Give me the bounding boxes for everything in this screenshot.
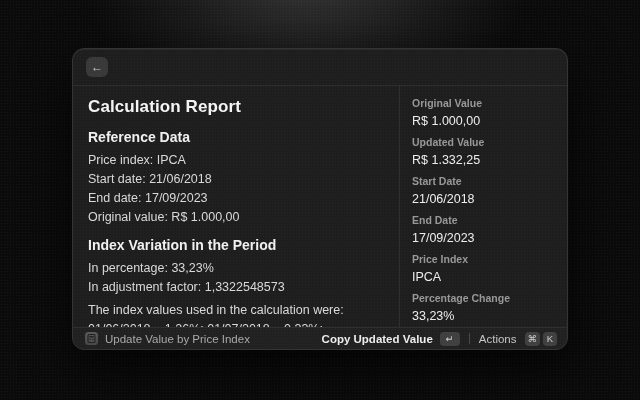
report-line: End date: 17/09/2023 [88,189,385,208]
section-heading-reference-data: Reference Data [88,129,385,146]
report-line: Start date: 21/06/2018 [88,170,385,189]
metadata-item-price-index: Price Index IPCA [412,253,557,284]
metadata-label: Start Date [412,175,557,187]
action-bar: Update Value by Price Index Copy Updated… [73,327,567,349]
return-key-icon: ↵ [440,332,460,346]
metadata-value: 17/09/2023 [412,231,557,245]
report-line: Price index: IPCA [88,151,385,170]
calculator-icon [85,332,98,345]
k-key-icon: K [543,332,557,346]
report-line: Original value: R$ 1.000,00 [88,208,385,227]
report-line: In adjustment factor: 1,3322548573 [88,278,385,297]
metadata-label: Price Index [412,253,557,265]
back-arrow-icon: ← [91,57,103,77]
report-line: In percentage: 33,23% [88,259,385,278]
actions-menu-button[interactable]: Actions [479,333,517,345]
metadata-label: Percentage Change [412,292,557,304]
window-header: ← [73,49,567,86]
metadata-item-original-value: Original Value R$ 1.000,00 [412,97,557,128]
raycast-window: ← Calculation Report Reference Data Pric… [72,48,568,350]
command-key-icon: ⌘ [525,332,541,346]
metadata-value: R$ 1.000,00 [412,114,557,128]
copy-updated-value-button[interactable]: Copy Updated Value [322,333,433,345]
metadata-label: End Date [412,214,557,226]
page-title: Calculation Report [88,97,385,117]
metadata-value: 21/06/2018 [412,192,557,206]
metadata-sidebar: Original Value R$ 1.000,00 Updated Value… [399,86,567,327]
metadata-value: R$ 1.332,25 [412,153,557,167]
metadata-item-end-date: End Date 17/09/2023 [412,214,557,245]
metadata-item-percentage-change: Percentage Change 33,23% [412,292,557,323]
calculator-glyph [87,334,96,343]
section-heading-index-variation: Index Variation in the Period [88,237,385,254]
metadata-item-start-date: Start Date 21/06/2018 [412,175,557,206]
metadata-label: Updated Value [412,136,557,148]
action-bar-right: Copy Updated Value ↵ Actions ⌘ K [322,332,557,346]
back-button[interactable]: ← [86,57,108,77]
metadata-item-updated-value: Updated Value R$ 1.332,25 [412,136,557,167]
content-area: Calculation Report Reference Data Price … [73,86,567,327]
metadata-label: Original Value [412,97,557,109]
metadata-value: IPCA [412,270,557,284]
command-name: Update Value by Price Index [105,333,250,345]
footer-divider [469,333,470,344]
action-bar-left: Update Value by Price Index [85,332,322,345]
report-markdown: Calculation Report Reference Data Price … [73,86,399,327]
report-paragraph: The index values used in the calculation… [88,301,385,327]
metadata-value: 33,23% [412,309,557,323]
